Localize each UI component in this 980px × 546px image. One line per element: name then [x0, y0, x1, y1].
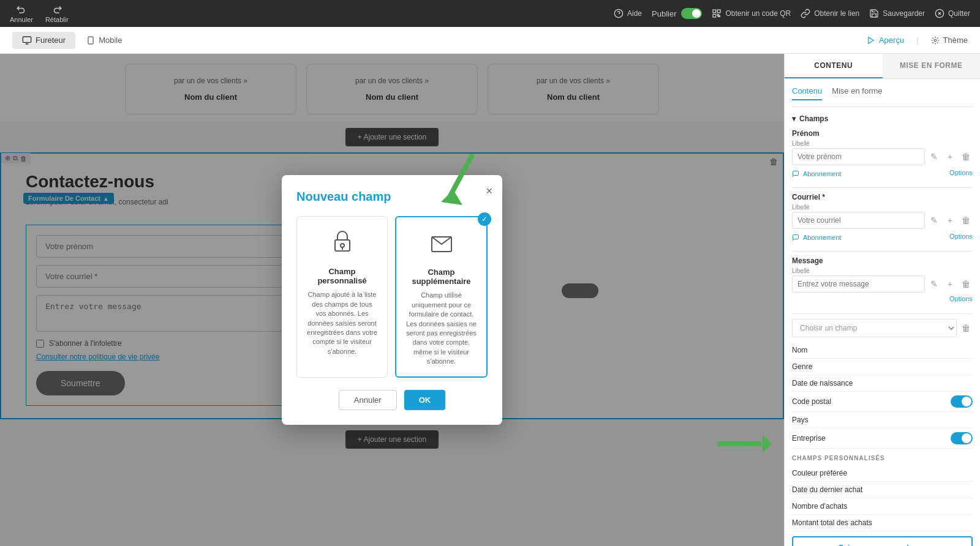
preview-tabs: Fureteur Mobile — [12, 32, 132, 49]
quit-button[interactable]: Quitter — [935, 9, 970, 18]
field-code-postal: Code postal — [792, 392, 973, 412]
field-date-dernier-achat[interactable]: Date du dernier achat — [792, 482, 973, 498]
field-nombre-achats[interactable]: Nombre d'achats — [792, 498, 973, 515]
redo-button[interactable]: Rétablir — [45, 4, 69, 23]
modal-option-personnalise[interactable]: Champ personnalisé Champ ajouté à la lis… — [296, 216, 388, 377]
modal-ok-button[interactable]: OK — [404, 390, 446, 410]
prenom-abonnement[interactable]: Abonnement — [792, 170, 841, 178]
field-date-naissance[interactable]: Date de naissance — [792, 375, 973, 392]
courriel-edit-icon[interactable]: ✎ — [927, 214, 941, 227]
field-genre[interactable]: Genre — [792, 359, 973, 375]
supplementaire-icon — [406, 227, 477, 261]
svg-point-16 — [341, 244, 344, 247]
courriel-libelle-label: Libellé — [792, 204, 973, 211]
right-panel-content: Contenu Mise en forme ▾ Champs Prénom Li… — [785, 79, 980, 546]
message-field-label: Message — [792, 256, 973, 265]
theme-button[interactable]: Thème — [931, 36, 968, 45]
message-delete-icon[interactable]: 🗑 — [959, 277, 973, 291]
preview-right: Aperçu | Thème — [867, 36, 968, 45]
modal-option-supplementaire[interactable]: ✓ Champ supplémentaire Champ utilisé uni… — [395, 216, 488, 377]
courriel-options-link[interactable]: Options — [949, 233, 973, 240]
field-couleur-preferee[interactable]: Couleur préférée — [792, 465, 973, 482]
field-montant-total[interactable]: Montant total des achats — [792, 515, 973, 531]
choose-field-select[interactable]: Choisir un champ — [792, 319, 957, 337]
modal-overlay: Nouveau champ × Champ personnalisé Champ… — [0, 54, 784, 546]
prenom-delete-icon[interactable]: 🗑 — [959, 150, 973, 163]
right-panel: CONTENU MISE EN FORME Contenu Mise en fo… — [784, 54, 980, 546]
modal-cancel-button[interactable]: Annuler — [339, 390, 397, 410]
topbar-right: Aide Publier Obtenir un code QR Obtenir … — [614, 8, 970, 19]
svg-point-14 — [934, 39, 937, 42]
message-add-icon[interactable]: + — [943, 277, 957, 291]
courriel-field-group: Courriel * Libellé ✎ + 🗑 Abonnement Opti… — [792, 193, 973, 241]
apercu-button[interactable]: Aperçu — [867, 36, 904, 45]
courriel-libelle-input[interactable] — [792, 212, 925, 229]
prenom-options-link[interactable]: Options — [949, 169, 973, 176]
mise-en-forme-tab[interactable]: MISE EN FORME — [883, 54, 981, 78]
supplementaire-desc: Champ utilisé uniquement pour ce formula… — [406, 291, 477, 366]
panel-sub-tabs: Contenu Mise en forme — [792, 86, 973, 107]
save-button[interactable]: Sauvegarder — [869, 9, 925, 18]
svg-rect-11 — [88, 37, 93, 44]
message-edit-icon[interactable]: ✎ — [927, 277, 941, 291]
modal-footer: Annuler OK — [296, 390, 488, 410]
field-pays[interactable]: Pays — [792, 412, 973, 428]
sub-tab-mise[interactable]: Mise en forme — [832, 86, 882, 100]
topbar: Annuler Rétablir Aide Publier — [0, 0, 980, 27]
prenom-edit-icon[interactable]: ✎ — [927, 150, 941, 163]
publish-toggle-row: Publier — [652, 8, 702, 19]
courriel-field-label: Courriel * — [792, 193, 973, 201]
sub-tab-contenu[interactable]: Contenu — [792, 86, 822, 100]
contenu-tab[interactable]: CONTENU — [785, 54, 883, 78]
nouveau-champ-modal: Nouveau champ × Champ personnalisé Champ… — [282, 175, 502, 424]
mobile-tab[interactable]: Mobile — [77, 32, 132, 49]
topbar-left: Annuler Rétablir — [10, 4, 69, 23]
prenom-add-icon[interactable]: + — [943, 150, 957, 163]
svg-rect-8 — [23, 37, 31, 42]
courriel-delete-icon[interactable]: 🗑 — [959, 214, 973, 227]
custom-fields-header: CHAMPS PERSONNALISÉS — [792, 455, 973, 462]
choose-field-delete[interactable]: 🗑 — [959, 321, 973, 335]
message-field-group: Message Libellé ✎ + 🗑 Options — [792, 256, 973, 304]
preview-bar: Fureteur Mobile Aperçu | Thème — [0, 27, 980, 54]
desktop-tab[interactable]: Fureteur — [12, 32, 75, 49]
prenom-field-label: Prénom — [792, 129, 973, 138]
qr-code-button[interactable]: Obtenir un code QR — [712, 9, 791, 18]
message-libelle-label: Libellé — [792, 267, 973, 274]
selected-check: ✓ — [478, 212, 491, 226]
create-field-button[interactable]: Créer un nouveau champ — [792, 536, 973, 546]
message-options-link[interactable]: Options — [949, 295, 973, 302]
choose-field-row: Choisir un champ 🗑 — [792, 319, 973, 337]
field-nom[interactable]: Nom — [792, 342, 973, 359]
publish-toggle[interactable] — [681, 8, 702, 19]
personnalise-icon — [307, 226, 377, 261]
svg-rect-2 — [713, 10, 716, 13]
personnalise-title: Champ personnalisé — [307, 267, 377, 285]
prenom-field-group: Prénom Libellé ✎ + 🗑 Abonnement Options — [792, 129, 973, 178]
svg-rect-4 — [713, 14, 716, 17]
modal-close-button[interactable]: × — [486, 185, 492, 198]
courriel-add-icon[interactable]: + — [943, 214, 957, 227]
get-link-button[interactable]: Obtenir le lien — [801, 9, 859, 18]
svg-marker-13 — [869, 37, 873, 43]
champs-header: ▾ Champs — [792, 114, 973, 123]
right-panel-tabs: CONTENU MISE EN FORME — [785, 54, 980, 79]
modal-options: Champ personnalisé Champ ajouté à la lis… — [296, 216, 488, 377]
undo-button[interactable]: Annuler — [10, 4, 33, 23]
prenom-libelle-label: Libellé — [792, 140, 973, 147]
supplementaire-title: Champ supplémentaire — [406, 267, 477, 286]
prenom-libelle-input[interactable] — [792, 148, 925, 165]
entreprise-toggle[interactable] — [951, 432, 973, 444]
modal-title: Nouveau champ — [296, 190, 488, 204]
code-postal-toggle[interactable] — [951, 395, 973, 408]
personnalise-desc: Champ ajouté à la liste des champs de to… — [307, 290, 377, 356]
svg-rect-3 — [718, 10, 721, 13]
field-entreprise: Entreprise — [792, 428, 973, 449]
help-button[interactable]: Aide — [614, 9, 642, 18]
message-libelle-input[interactable] — [792, 275, 925, 293]
courriel-abonnement[interactable]: Abonnement — [792, 234, 841, 241]
